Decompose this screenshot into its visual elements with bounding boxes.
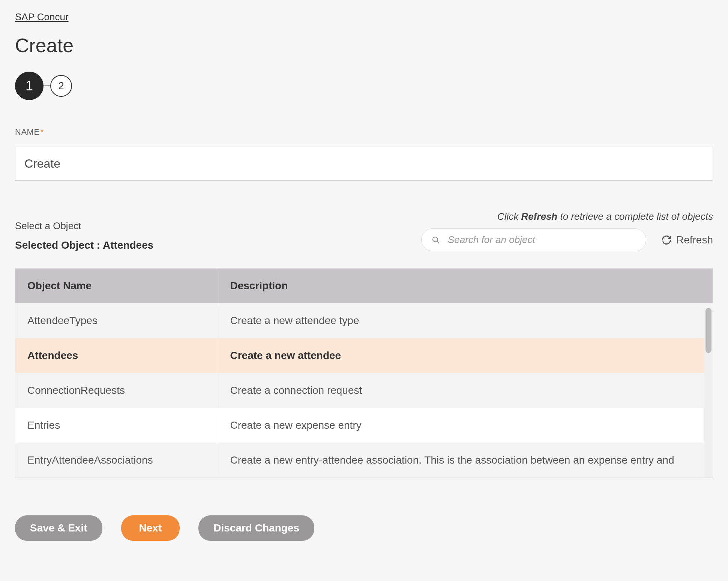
col-header-desc: Description [218,269,713,303]
table-row[interactable]: EntryAttendeeAssociationsCreate a new en… [15,443,713,478]
object-table: Object Name Description AttendeeTypesCre… [15,268,713,478]
table-row[interactable]: EntriesCreate a new expense entry [15,408,713,443]
col-header-name: Object Name [15,269,218,303]
step-1[interactable]: 1 [15,72,44,100]
svg-point-0 [433,237,438,242]
page-title: Create [15,34,713,57]
stepper: 1 2 [15,72,713,100]
refresh-label: Refresh [676,234,713,246]
cell-object-name: AttendeeTypes [15,303,218,338]
scrollbar-thumb[interactable] [705,308,711,353]
next-button[interactable]: Next [121,515,180,541]
cell-description: Create a connection request [218,373,713,408]
select-object-label: Select a Object [15,220,153,232]
cell-description: Create a new attendee [218,338,713,373]
selected-object-text: Selected Object : Attendees [15,239,153,251]
table-row[interactable]: AttendeeTypesCreate a new attendee type [15,303,713,338]
object-search-input[interactable] [421,228,646,251]
name-input[interactable] [15,147,713,181]
table-scrollbar[interactable] [704,308,713,477]
refresh-icon [661,235,672,245]
footer-actions: Save & Exit Next Discard Changes [15,515,713,541]
cell-object-name: Attendees [15,338,218,373]
discard-button[interactable]: Discard Changes [198,515,314,541]
search-icon [432,236,440,244]
step-2[interactable]: 2 [50,75,72,97]
cell-description: Create a new expense entry [218,408,713,443]
table-row[interactable]: ConnectionRequestsCreate a connection re… [15,373,713,408]
cell-object-name: Entries [15,408,218,443]
refresh-button[interactable]: Refresh [661,234,713,246]
refresh-hint: Click Refresh to retrieve a complete lis… [421,211,713,222]
cell-object-name: ConnectionRequests [15,373,218,408]
table-row[interactable]: AttendeesCreate a new attendee [15,338,713,373]
cell-object-name: EntryAttendeeAssociations [15,443,218,478]
cell-description: Create a new attendee type [218,303,713,338]
cell-description: Create a new entry-attendee association.… [218,443,713,478]
save-exit-button[interactable]: Save & Exit [15,515,102,541]
step-connector [44,86,50,86]
required-indicator: * [41,127,44,137]
breadcrumb-parent[interactable]: SAP Concur [15,11,69,23]
svg-line-1 [437,241,439,243]
name-field-label: NAME [15,127,40,137]
